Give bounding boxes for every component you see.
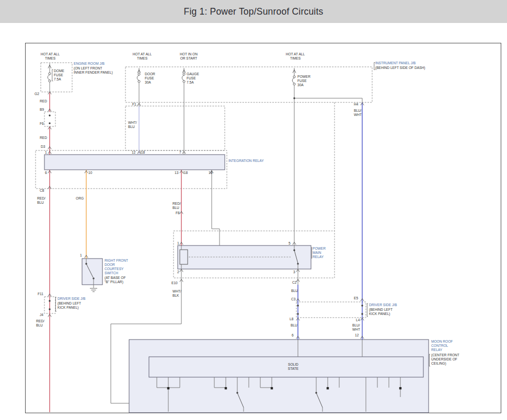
connector-l4-label: L4: [356, 318, 360, 322]
connector-l8-label: L8: [290, 317, 293, 321]
wire-blu-wht-label-2: BLU/ WHT: [352, 323, 360, 332]
connector-j4-label: J4: [40, 313, 43, 317]
gauge-fuse-symbol: [182, 73, 185, 83]
wire-red-label-1: RED: [40, 99, 47, 103]
wire-blu-label-2: BLU: [291, 323, 297, 328]
pmr-pin-2-label: 2: [177, 270, 179, 274]
driver-side-jb-right-label: DRIVER SIDE J/B: [369, 303, 397, 307]
wire-wht-blu-label: WHT/ BLU: [128, 121, 137, 129]
driver-side-jb-left-location: (BEHIND LEFT KICK PANEL): [57, 301, 81, 310]
connector-b9-f6-box: [44, 112, 55, 126]
connector-f8-label: F8: [176, 211, 180, 215]
wire-pin16: [212, 170, 220, 246]
relay-pin-10-label: 10: [88, 171, 92, 175]
power-fuse-symbol: [292, 76, 295, 85]
power-fuse-label: POWER FUSE 30A: [297, 75, 310, 87]
pmr-pin-1-label: 1: [177, 241, 179, 246]
wire-org-label: ORG: [76, 196, 84, 201]
instrument-panel-jb-location: (BEHIND LEFT SIDE OF DASH): [375, 66, 425, 70]
driver-side-jb-left-label: DRIVER SIDE J/B: [57, 297, 86, 301]
moon-roof-pin-12-label: 12: [355, 333, 359, 337]
door-fuse-label: DOOR FUSE 30A: [145, 72, 155, 85]
courtesy-switch-pin-1-label: 1: [80, 253, 82, 258]
solid-state-label: SOLID STATE: [288, 363, 298, 371]
hot-at-all-times-label-3: HOT AT ALL TIMES: [286, 52, 305, 61]
hot-at-all-times-label-2: HOT AT ALL TIMES: [133, 52, 152, 61]
relay-pin-12-label: 12: [132, 150, 135, 155]
pmr-pin-5-label: 5: [289, 241, 291, 246]
door-fuse-symbol: [137, 73, 140, 83]
connector-d3-label: D3: [41, 145, 45, 149]
relay-pin-13-label: 13: [175, 171, 178, 175]
courtesy-switch-location: (AT BASE OF "B" PILLAR): [105, 276, 125, 284]
wire-blu-label-1: BLU: [291, 289, 298, 293]
component-boxes: [44, 155, 429, 413]
relay-pin-1-top-label: 1: [45, 150, 47, 155]
solid-state-box: [149, 357, 423, 377]
connector-c8-label: C8: [40, 189, 44, 193]
engine-room-jb-location: (ON LEFT FRONT INNER FENDER PANEL): [74, 66, 113, 75]
driver-side-jb-right-box: [296, 302, 366, 318]
relay-pin-16-label: 16: [209, 171, 212, 175]
connector-b9-label: B9: [40, 108, 44, 112]
label-brackets: [52, 63, 430, 367]
driver-side-jb-right-location: (BEHIND LEFT KICK PANEL): [369, 308, 393, 316]
instrument-panel-jb-lower-box: [125, 106, 225, 150]
wire-red-blu-label-3: RED/ BLU: [36, 319, 44, 328]
connector-f1-label: F1: [132, 102, 136, 107]
wire-red-blu-label-2: RED/ BLU: [172, 202, 181, 210]
connector-f6-label: F6: [40, 122, 44, 126]
courtesy-switch-label: RIGHT FRONT DOOR COURTESY SWITCH: [105, 259, 128, 275]
wire-red-label-2: RED: [40, 136, 47, 140]
pmr-pin-3-label: 3: [293, 270, 295, 274]
connector-c2-label: C2: [292, 281, 296, 285]
connector-g2-label: G2: [34, 92, 39, 96]
integration-relay-box: [44, 155, 225, 170]
wire-blu-wht-label-1: BLU/ WHT: [354, 109, 362, 117]
instrument-panel-jb-box: [125, 67, 372, 102]
connector-e5-label: E5: [354, 296, 358, 300]
connector-i18-top-label: I18: [140, 150, 145, 155]
connector-f11-label: F11: [38, 292, 43, 296]
moon-roof-pin-6-label: 6: [292, 333, 294, 337]
connector-e10-label: E10: [171, 281, 178, 285]
engine-room-jb-label: ENGINE ROOM J/B: [74, 62, 105, 66]
connector-chevrons: [48, 92, 364, 339]
wire-red-blu-label-1: RED/ BLU: [37, 196, 45, 205]
connector-h4-label: H4: [354, 102, 358, 107]
ground-symbol: [90, 288, 97, 291]
dome-fuse-label: DOME FUSE 7.5A: [54, 69, 64, 81]
power-main-relay-label: POWER MAIN RELAY: [313, 247, 326, 259]
relay-pin-6-label: 6: [45, 171, 47, 175]
wire-branch-h4: [294, 98, 362, 102]
instrument-panel-jb-label: INSTRUMENT PANEL J/B: [375, 61, 416, 65]
relay-pin-7-label: 7: [179, 150, 181, 155]
moon-roof-relay-location: (CENTER FRONT UNDERSIDE OF CEILING): [431, 353, 459, 366]
connector-c3-label: C3: [291, 297, 295, 301]
hot-in-on-or-start-label: HOT IN ON OR START: [180, 52, 198, 61]
wire-wht-blk-label: WHT/ BLK: [172, 289, 181, 298]
moon-roof-relay-label: MOON ROOF CONTROL RELAY: [431, 340, 453, 352]
hot-at-all-times-label-1: HOT AT ALL TIMES: [41, 52, 60, 61]
courtesy-switch-box: [82, 259, 102, 285]
gauge-fuse-label: GAUGE FUSE 7.5A: [187, 72, 199, 85]
integration-relay-label: INTEGRATION RELAY: [228, 159, 264, 163]
connector-i18-bottom-label: I18: [183, 171, 188, 175]
dome-fuse-symbol: [48, 73, 51, 82]
